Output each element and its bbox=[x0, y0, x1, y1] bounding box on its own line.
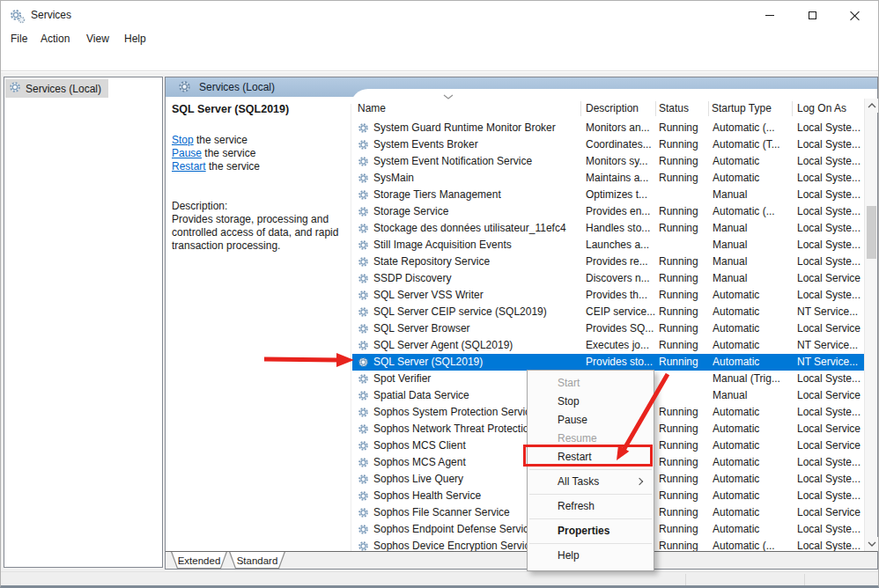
service-gear-icon bbox=[358, 223, 369, 234]
service-status bbox=[659, 237, 710, 254]
menu-item-all-tasks[interactable]: All Tasks bbox=[528, 473, 654, 491]
scrollbar-thumb[interactable] bbox=[867, 206, 876, 259]
annotation-box-restart bbox=[523, 445, 653, 467]
service-row[interactable]: State Repository ServiceProvides re...Ru… bbox=[352, 254, 865, 270]
service-row[interactable]: SQL Server Agent (SQL2019)Executes jo...… bbox=[352, 337, 865, 354]
service-status: Running bbox=[659, 437, 710, 454]
service-startup-type: Automatic (T... bbox=[713, 136, 795, 153]
context-menu: StartStopPauseResumeRestartAll TasksRefr… bbox=[527, 370, 654, 571]
service-log-on-as: NT Service... bbox=[797, 354, 864, 371]
service-description: Provides en... bbox=[586, 203, 657, 220]
menu-help[interactable]: Help bbox=[122, 32, 149, 47]
maximize-button[interactable] bbox=[792, 1, 832, 29]
service-gear-icon bbox=[358, 540, 369, 551]
service-status: Running bbox=[659, 488, 710, 504]
services-gear-icon bbox=[10, 8, 26, 24]
service-gear-icon bbox=[358, 490, 369, 502]
tree-item-services-local[interactable]: Services (Local) bbox=[5, 79, 108, 98]
menu-action[interactable]: Action bbox=[38, 32, 72, 47]
service-description: Maintains a... bbox=[586, 170, 657, 187]
menu-item-stop[interactable]: Stop bbox=[528, 393, 654, 411]
service-startup-type: Automatic bbox=[713, 521, 795, 538]
service-gear-icon bbox=[358, 340, 369, 351]
service-log-on-as: Local Service bbox=[797, 437, 864, 454]
column-header-logon[interactable]: Log On As bbox=[797, 99, 846, 117]
service-row[interactable]: SQL Server CEIP service (SQL2019)CEIP se… bbox=[352, 304, 865, 320]
menu-view[interactable]: View bbox=[84, 32, 112, 47]
service-gear-icon bbox=[358, 423, 369, 435]
service-log-on-as: Local Syste... bbox=[797, 404, 864, 421]
menu-file[interactable]: File bbox=[8, 32, 30, 47]
service-row[interactable]: Storage ServiceProvides en...RunningAuto… bbox=[352, 203, 865, 220]
service-startup-type: Automatic bbox=[713, 421, 795, 437]
service-row[interactable]: SQL Server VSS WriterProvides th...Runni… bbox=[352, 287, 865, 304]
vertical-scrollbar[interactable] bbox=[864, 99, 877, 551]
statusbar bbox=[1, 571, 878, 586]
service-name: SysMain bbox=[373, 170, 583, 187]
service-row[interactable]: Stockage des données utilisateur_11efc4H… bbox=[352, 220, 865, 237]
service-status: Running bbox=[659, 404, 710, 421]
service-startup-type: Manual (Trig... bbox=[713, 371, 795, 387]
service-log-on-as: NT Service... bbox=[797, 337, 864, 354]
stop-service-link[interactable]: Stop bbox=[172, 134, 194, 146]
tab-extended[interactable]: Extended bbox=[171, 552, 227, 569]
service-gear-icon bbox=[358, 524, 369, 535]
service-log-on-as: Local Syste... bbox=[797, 254, 864, 270]
service-row[interactable]: System Event Notification ServiceMonitor… bbox=[352, 153, 865, 170]
column-header-description[interactable]: Description bbox=[586, 99, 639, 117]
window-title: Services bbox=[31, 9, 71, 21]
service-gear-icon bbox=[358, 407, 369, 418]
menu-item-refresh[interactable]: Refresh bbox=[528, 497, 654, 516]
service-description: Handles sto... bbox=[586, 220, 657, 237]
service-description: Monitors an... bbox=[586, 120, 657, 136]
service-description: Provides sto... bbox=[586, 354, 657, 371]
menu-separator bbox=[529, 518, 652, 519]
minimize-button[interactable] bbox=[750, 1, 790, 29]
restart-service-link[interactable]: Restart bbox=[172, 160, 206, 173]
service-row[interactable]: Still Image Acquisition EventsLaunches a… bbox=[352, 237, 865, 254]
service-startup-type: Automatic bbox=[713, 337, 795, 354]
pause-service-link[interactable]: Pause bbox=[172, 147, 202, 159]
service-status: Running bbox=[659, 454, 710, 471]
titlebar[interactable]: Services bbox=[1, 1, 878, 29]
service-row[interactable]: SSDP DiscoveryDiscovers n...RunningManua… bbox=[352, 270, 865, 287]
service-log-on-as: Local Syste... bbox=[797, 454, 864, 471]
service-startup-type: Automatic bbox=[713, 304, 795, 320]
column-separator bbox=[580, 101, 581, 116]
minimize-icon bbox=[765, 15, 774, 16]
service-startup-type: Automatic bbox=[713, 153, 795, 170]
service-name: SQL Server Browser bbox=[373, 320, 583, 337]
scroll-up-icon[interactable] bbox=[865, 99, 878, 113]
tab-standard-label: Standard bbox=[237, 555, 278, 566]
column-header-startup[interactable]: Startup Type bbox=[712, 99, 772, 117]
menu-item-help[interactable]: Help bbox=[528, 547, 654, 565]
service-row[interactable]: System Guard Runtime Monitor BrokerMonit… bbox=[352, 120, 865, 136]
service-name: System Events Broker bbox=[373, 136, 583, 153]
tab-standard[interactable]: Standard bbox=[229, 552, 285, 569]
service-row[interactable]: SysMainMaintains a...RunningAutomaticLoc… bbox=[352, 170, 865, 187]
close-button[interactable] bbox=[834, 1, 875, 29]
service-name: Storage Tiers Management bbox=[373, 187, 583, 203]
pane-divider bbox=[351, 104, 351, 551]
menu-item-pause[interactable]: Pause bbox=[528, 411, 654, 430]
menu-separator bbox=[529, 469, 652, 470]
tree-item-label: Services (Local) bbox=[26, 83, 101, 95]
statusbar-separator bbox=[804, 574, 805, 585]
service-gear-icon bbox=[358, 139, 369, 151]
service-gear-icon bbox=[358, 290, 369, 301]
column-header-status[interactable]: Status bbox=[659, 99, 689, 117]
column-header-name[interactable]: Name bbox=[358, 99, 386, 117]
service-gear-icon bbox=[358, 356, 369, 368]
service-row[interactable]: SQL Server BrowserProvides SQ...RunningA… bbox=[352, 320, 865, 337]
service-gear-icon bbox=[358, 306, 369, 318]
service-row[interactable]: System Events BrokerCoordinates...Runnin… bbox=[352, 136, 865, 153]
scroll-down-icon[interactable] bbox=[865, 537, 878, 551]
stop-service-suffix: the service bbox=[194, 134, 247, 146]
service-status: Running bbox=[659, 254, 710, 270]
service-row[interactable]: Storage Tiers ManagementOptimizes t...Ma… bbox=[352, 187, 865, 203]
service-gear-icon bbox=[358, 323, 369, 334]
service-row[interactable]: SQL Server (SQL2019)Provides sto...Runni… bbox=[352, 354, 865, 371]
service-startup-type: Automatic (... bbox=[713, 203, 795, 220]
service-log-on-as: Local Syste... bbox=[797, 488, 864, 504]
menu-item-properties[interactable]: Properties bbox=[528, 522, 654, 540]
